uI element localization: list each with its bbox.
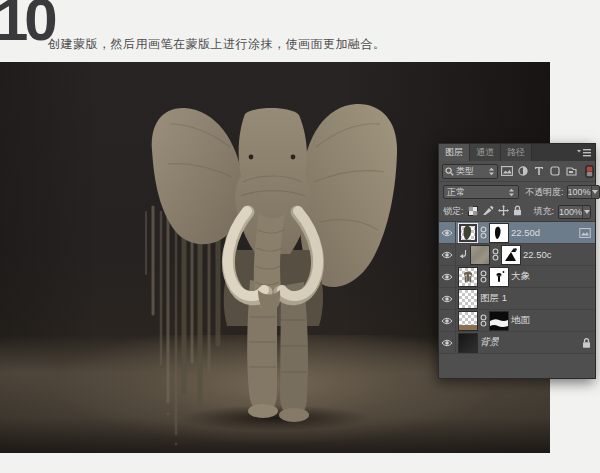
layer-row[interactable]: 图层 1	[439, 288, 595, 310]
visibility-toggle[interactable]	[439, 222, 456, 243]
panel-tab-bar: 图层 通道 路径	[439, 144, 595, 161]
opacity-field[interactable]: 100%	[567, 185, 600, 199]
layer-mask-thumbnail[interactable]	[490, 312, 508, 330]
visibility-toggle[interactable]	[439, 266, 456, 287]
layer-name[interactable]: 22.50c	[523, 249, 552, 260]
dropdown-arrow-icon	[592, 190, 598, 194]
layer-thumbnail[interactable]	[459, 334, 477, 352]
eye-icon	[441, 251, 453, 259]
layer-badge-icon	[579, 227, 591, 239]
layer-name[interactable]: 地面	[511, 314, 530, 327]
layer-name[interactable]: 图层 1	[480, 292, 507, 305]
layer-name[interactable]: 大象	[511, 270, 530, 283]
opacity-value: 100%	[568, 187, 591, 197]
filter-smart-object-icon[interactable]	[564, 164, 578, 179]
lock-pixels-icon[interactable]	[482, 205, 494, 218]
layers-panel: 图层 通道 路径 类型	[438, 143, 596, 379]
visibility-toggle[interactable]	[439, 244, 456, 265]
tab-channels[interactable]: 通道	[470, 144, 501, 161]
eye-icon	[441, 295, 453, 303]
double-arrow-icon	[488, 167, 495, 176]
layer-thumbnail[interactable]	[459, 312, 477, 330]
layer-row[interactable]: 地面	[439, 310, 595, 332]
layer-filter-row: 类型	[439, 161, 595, 182]
visibility-toggle[interactable]	[439, 288, 456, 309]
filter-adjustment-icon[interactable]	[516, 164, 530, 179]
link-icon	[480, 226, 487, 239]
lock-transparent-icon[interactable]	[468, 206, 478, 218]
tab-layers[interactable]: 图层	[439, 144, 470, 161]
page: 10 创建蒙版，然后用画笔在蒙版上进行涂抹，使画面更加融合。	[0, 0, 600, 473]
layer-thumbnail[interactable]	[459, 290, 477, 308]
filter-kind-label: 类型	[456, 165, 486, 178]
panel-menu-icon[interactable]	[577, 148, 592, 157]
lock-label: 锁定:	[443, 205, 464, 218]
blend-mode-row: 正常 不透明度: 100%	[439, 182, 595, 202]
layer-thumbnail[interactable]	[459, 224, 477, 242]
step-description: 创建蒙版，然后用画笔在蒙版上进行涂抹，使画面更加融合。	[48, 36, 386, 53]
visibility-toggle[interactable]	[439, 332, 456, 353]
fill-field[interactable]: 100%	[558, 205, 591, 219]
layer-row[interactable]: 22.50c	[439, 244, 595, 266]
blend-mode-dropdown[interactable]: 正常	[443, 185, 519, 199]
dropdown-arrow-icon	[584, 210, 590, 214]
search-icon	[445, 167, 454, 176]
eye-icon	[441, 339, 453, 347]
link-icon	[480, 270, 487, 283]
step-number: 10	[0, 0, 54, 50]
filter-type-icon[interactable]	[532, 164, 546, 179]
link-icon	[480, 314, 487, 327]
layer-mask-thumbnail[interactable]	[502, 246, 520, 264]
background-lock-icon	[582, 337, 591, 348]
layer-row[interactable]: 大象	[439, 266, 595, 288]
blend-mode-value: 正常	[447, 186, 508, 199]
layer-row[interactable]: 背景	[439, 332, 595, 354]
lock-position-icon[interactable]	[498, 205, 509, 218]
filter-pixel-icon[interactable]	[500, 164, 514, 179]
filter-toggle-icon[interactable]	[582, 164, 596, 179]
opacity-label: 不透明度:	[525, 186, 564, 199]
clipping-mask-icon	[459, 250, 468, 260]
eye-icon	[441, 229, 453, 237]
lock-all-icon[interactable]	[513, 205, 522, 218]
panel-empty-area	[439, 354, 595, 380]
filter-kind-dropdown[interactable]: 类型	[442, 164, 498, 179]
filter-shape-icon[interactable]	[548, 164, 562, 179]
layer-mask-thumbnail[interactable]	[490, 224, 508, 242]
double-arrow-icon	[508, 188, 515, 197]
tab-paths[interactable]: 路径	[501, 144, 532, 161]
layers-list: 22.50d	[439, 222, 595, 354]
fill-value: 100%	[559, 207, 582, 217]
lock-row: 锁定:	[439, 202, 595, 222]
layer-row[interactable]: 22.50d	[439, 222, 595, 244]
visibility-toggle[interactable]	[439, 310, 456, 331]
eye-icon	[441, 317, 453, 325]
eye-icon	[441, 273, 453, 281]
layer-name[interactable]: 22.50d	[511, 227, 540, 238]
layer-mask-thumbnail[interactable]	[490, 268, 508, 286]
layer-thumbnail[interactable]	[471, 246, 489, 264]
link-icon	[492, 248, 499, 261]
layer-name[interactable]: 背景	[480, 336, 499, 349]
fill-label: 填充:	[533, 205, 554, 218]
layer-thumbnail[interactable]	[459, 268, 477, 286]
